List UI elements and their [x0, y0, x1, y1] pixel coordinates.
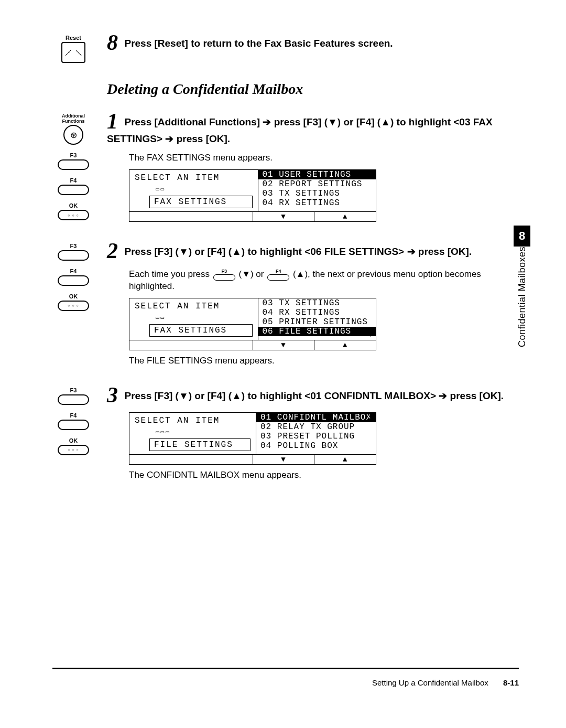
step2-keys: F3 F4 OK [52, 240, 94, 366]
step1-number: 1 [107, 109, 118, 133]
step2-instruction: Press [F3] (▼) or [F4] (▲) to highlight … [124, 246, 472, 257]
reset-key-label: Reset [61, 35, 85, 41]
step1-instruction: Press [Additional Functions] ➔ press [F3… [107, 116, 493, 144]
step8-number: 8 [107, 30, 118, 55]
footer-rule [52, 668, 519, 669]
additional-functions-icon: ⊛ [63, 125, 83, 145]
step8-instruction: Press [Reset] to return to the Fax Basic… [124, 38, 393, 49]
step3-keys: F3 F4 OK [52, 384, 94, 480]
page-number: 8-11 [503, 678, 519, 687]
ok-key: OK [58, 202, 89, 220]
step8-keys: Reset ⟋⟍ [52, 31, 94, 63]
reset-key: Reset ⟋⟍ [61, 35, 85, 63]
footer-text: Setting Up a Confidential Mailbox [372, 678, 488, 687]
chapter-tab-text: Confidential Mailboxes [517, 247, 528, 347]
step2-lcd: SELECT AN ITEM▭▭FAX SETTINGS03 TX SETTIN… [129, 298, 376, 350]
chapter-tab-number: 8 [514, 226, 530, 247]
additional-functions-key: Additional Functions ⊛ [52, 113, 94, 145]
f3-key: F3 [58, 152, 89, 170]
step-3: F3 F4 OK 3 Press [F3] (▼) or [F4] (▲) to… [52, 384, 519, 480]
reset-key-icon: ⟋⟍ [61, 42, 85, 63]
section-title: Deleting a Confidential Mailbox [107, 81, 519, 98]
ok-key: OK [58, 293, 89, 311]
f4-inline-key: F4 [267, 268, 289, 281]
step2-number: 2 [107, 239, 118, 263]
step-2: F3 F4 OK 2 Press [F3] (▼) or [F4] (▲) to… [52, 240, 519, 366]
f3-inline-key: F3 [213, 268, 235, 281]
ok-key: OK [58, 437, 89, 455]
f4-key: F4 [58, 412, 89, 430]
f3-key: F3 [58, 387, 89, 405]
f4-key: F4 [58, 268, 89, 286]
footer: Setting Up a Confidential Mailbox 8-11 [372, 678, 519, 687]
step1-keys: Additional Functions ⊛ F3 F4 OK [52, 110, 94, 222]
step2-after: The FILE SETTINGS menu appears. [129, 356, 519, 366]
step-8: Reset ⟋⟍ 8 Press [Reset] to return to th… [52, 31, 519, 63]
step-1: Additional Functions ⊛ F3 F4 OK 1 Press … [52, 110, 519, 222]
step3-lcd: SELECT AN ITEM▭▭▭FILE SETTINGS01 CONFIDN… [129, 412, 376, 465]
step3-after: The CONFIDNTL MAILBOX menu appears. [129, 470, 519, 480]
step3-number: 3 [107, 383, 118, 407]
step1-body: The FAX SETTINGS menu appears. [129, 152, 519, 164]
f3-key: F3 [58, 243, 89, 261]
f4-key: F4 [58, 177, 89, 195]
chapter-tab: Confidential Mailboxes 8 [514, 226, 530, 351]
step2-body: Each time you press F3 (▼) or F4 (▲), th… [129, 268, 519, 293]
step1-lcd: SELECT AN ITEM▭▭FAX SETTINGS01 USER SETT… [129, 169, 376, 222]
step3-instruction: Press [F3] (▼) or [F4] (▲) to highlight … [124, 390, 504, 401]
